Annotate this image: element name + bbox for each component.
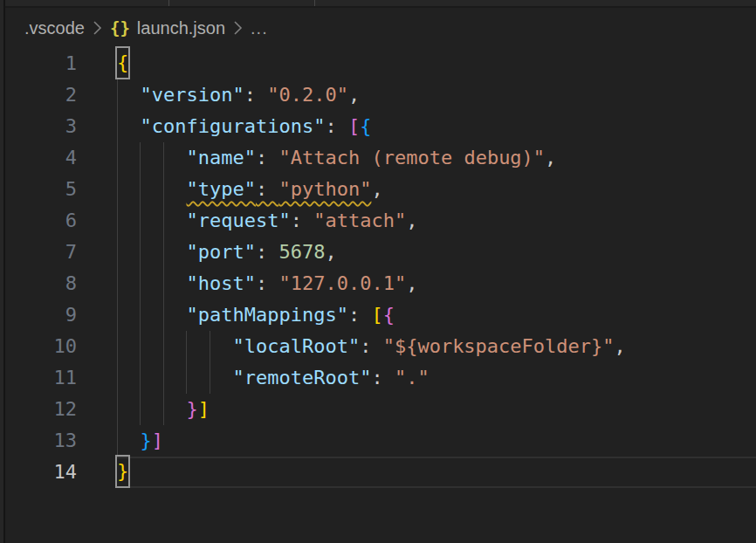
indent-guide <box>210 331 210 362</box>
line-number[interactable]: 2 <box>0 79 77 111</box>
code-line[interactable]: 6 "request": "attach", <box>0 205 756 237</box>
indent-guide <box>163 205 164 237</box>
code-content: "port": 5678, <box>77 237 756 268</box>
line-number[interactable]: 14 <box>0 457 77 488</box>
code-line[interactable]: 8 "host": "127.0.0.1", <box>0 268 756 299</box>
code-content: "localRoot": "${workspaceFolder}", <box>77 331 756 362</box>
code-line[interactable]: 14} <box>0 457 756 488</box>
indent-guide <box>117 394 118 425</box>
indent-guide <box>117 174 118 205</box>
indent-guide <box>117 299 118 331</box>
code-token: } <box>186 398 197 420</box>
code-line[interactable]: 3 "configurations": [{ <box>0 111 756 142</box>
code-token: "localRoot" <box>232 335 360 357</box>
code-token: } <box>141 430 152 451</box>
code-line[interactable]: 13 }] <box>0 425 756 457</box>
code-content: "request": "attach", <box>77 205 756 237</box>
code-token: : <box>291 210 314 231</box>
indent-guide <box>186 331 187 362</box>
indent-guide <box>140 362 141 394</box>
line-number[interactable]: 10 <box>0 331 77 362</box>
code-token: "type" <box>186 178 255 200</box>
code-token: , <box>406 210 417 231</box>
code-line[interactable]: 10 "localRoot": "${workspaceFolder}", <box>0 331 756 362</box>
indent-guide <box>140 142 141 174</box>
code-token: [ <box>371 304 382 326</box>
tab-stub-1[interactable] <box>0 0 169 6</box>
line-number[interactable]: 6 <box>0 205 77 237</box>
code-token: : <box>256 272 279 294</box>
code-token: : <box>371 367 395 388</box>
breadcrumb-folder[interactable]: .vscode <box>24 18 85 38</box>
code-token: : <box>360 335 383 357</box>
indent-guide <box>117 331 118 362</box>
code-token: { <box>360 115 371 137</box>
code-token: : <box>256 147 279 168</box>
line-number[interactable]: 9 <box>0 299 77 331</box>
code-token: "0.2.0" <box>267 84 348 106</box>
code-token: [ <box>348 115 360 137</box>
code-content: "configurations": [{ <box>77 111 756 142</box>
indent-guide <box>163 299 164 331</box>
tab-stub-3[interactable] <box>315 0 756 6</box>
indent-guide <box>140 205 141 237</box>
tab-strip <box>0 0 756 8</box>
line-number[interactable]: 8 <box>0 268 77 299</box>
code-token: , <box>545 147 556 168</box>
indent-guide <box>117 205 118 237</box>
indent-guide <box>140 394 141 425</box>
line-number[interactable]: 12 <box>0 394 77 425</box>
code-token: "request" <box>186 210 290 231</box>
code-line[interactable]: 2 "version": "0.2.0", <box>0 79 756 111</box>
code-token: : <box>348 304 372 326</box>
code-content: "pathMappings": [{ <box>77 299 756 331</box>
matched-bracket: { <box>117 48 128 78</box>
code-token: "attach" <box>313 210 406 231</box>
code-content: }] <box>77 425 756 457</box>
line-number[interactable]: 13 <box>0 425 77 457</box>
breadcrumb-symbol-more[interactable]: ... <box>251 18 268 38</box>
code-token: : <box>256 178 279 200</box>
code-line[interactable]: 4 "name": "Attach (remote debug)", <box>0 142 756 174</box>
code-token: : <box>256 241 279 263</box>
code-token: "${workspaceFolder}" <box>383 335 615 357</box>
code-content: "version": "0.2.0", <box>77 79 756 111</box>
code-lines: 1{2 "version": "0.2.0",3 "configurations… <box>0 48 756 488</box>
code-token: : <box>244 84 268 106</box>
window-left-edge <box>0 0 5 543</box>
code-token: , <box>348 84 360 106</box>
line-number[interactable]: 1 <box>0 48 77 79</box>
code-token: "python" <box>278 178 371 200</box>
indent-guide <box>140 331 141 362</box>
code-content: }] <box>77 394 756 425</box>
code-line[interactable]: 12 }] <box>0 394 756 425</box>
indent-guide <box>117 111 118 142</box>
code-token: : <box>325 115 348 137</box>
tab-stub-2[interactable] <box>169 0 315 6</box>
code-line[interactable]: 11 "remoteRoot": "." <box>0 362 756 394</box>
code-line[interactable]: 9 "pathMappings": [{ <box>0 299 756 331</box>
vscode-editor-window: .vscode {} launch.json ... 1{2 "version"… <box>0 0 756 543</box>
indent-guide <box>210 362 210 394</box>
indent-guide <box>163 394 164 425</box>
code-content: "remoteRoot": "." <box>77 362 756 394</box>
code-token: { <box>383 304 395 326</box>
line-number[interactable]: 5 <box>0 174 77 205</box>
indent-guide <box>117 142 118 174</box>
indent-guide <box>117 237 118 268</box>
indent-guide <box>117 362 118 394</box>
code-line[interactable]: 7 "port": 5678, <box>0 237 756 268</box>
line-number[interactable]: 7 <box>0 237 77 268</box>
line-number[interactable]: 3 <box>0 111 77 142</box>
code-line[interactable]: 1{ <box>0 48 756 79</box>
indent-guide <box>163 237 164 268</box>
code-token: "remoteRoot" <box>232 367 371 388</box>
line-number[interactable]: 11 <box>0 362 77 394</box>
code-content: "host": "127.0.0.1", <box>77 268 756 299</box>
breadcrumb-file[interactable]: launch.json <box>137 18 225 38</box>
code-token: 5678 <box>278 241 325 263</box>
line-number[interactable]: 4 <box>0 142 77 174</box>
indent-guide <box>163 268 164 299</box>
code-content: } <box>77 457 756 488</box>
code-line[interactable]: 5 "type": "python", <box>0 174 756 205</box>
